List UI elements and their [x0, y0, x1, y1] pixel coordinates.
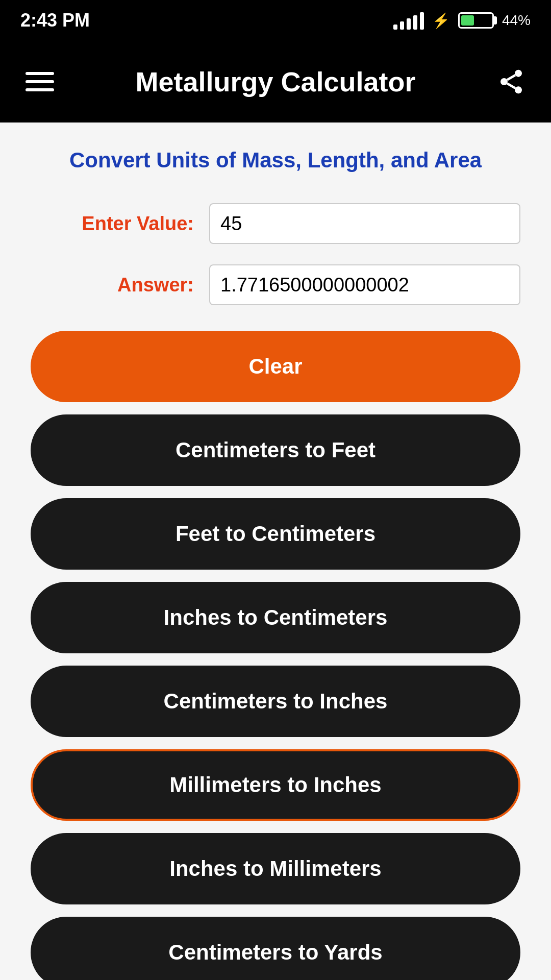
app-title: Metallurgy Calculator [54, 66, 497, 97]
answer-input [209, 264, 520, 305]
buttons-section: Clear Centimeters to Feet Feet to Centim… [31, 331, 520, 980]
feet-to-centimeters-button[interactable]: Feet to Centimeters [31, 498, 520, 570]
battery-icon [458, 12, 497, 29]
answer-row: Answer: [31, 264, 520, 305]
svg-point-0 [515, 70, 522, 77]
app-header: Metallurgy Calculator [0, 41, 551, 122]
charging-icon: ⚡ [432, 12, 450, 29]
enter-value-input[interactable] [209, 203, 520, 244]
svg-point-1 [500, 78, 508, 85]
battery-indicator: 44% [458, 12, 531, 29]
svg-line-4 [507, 75, 515, 80]
enter-value-label: Enter Value: [31, 213, 194, 235]
status-bar: 2:43 PM ⚡ 44% [0, 0, 551, 41]
answer-label: Answer: [31, 274, 194, 296]
millimeters-to-inches-button[interactable]: Millimeters to Inches [31, 749, 520, 821]
share-button[interactable] [497, 67, 525, 96]
centimeters-to-feet-button[interactable]: Centimeters to Feet [31, 414, 520, 486]
battery-percent: 44% [502, 12, 531, 29]
main-content: Convert Units of Mass, Length, and Area … [0, 122, 551, 980]
signal-icon [393, 11, 424, 30]
inches-to-millimeters-button[interactable]: Inches to Millimeters [31, 833, 520, 904]
centimeters-to-inches-button[interactable]: Centimeters to Inches [31, 666, 520, 737]
status-icons: ⚡ 44% [393, 11, 531, 30]
svg-line-3 [507, 84, 515, 88]
form-section: Enter Value: Answer: [31, 203, 520, 305]
hamburger-menu-button[interactable] [26, 72, 54, 91]
page-subtitle: Convert Units of Mass, Length, and Area [31, 148, 520, 173]
status-time: 2:43 PM [20, 10, 90, 31]
clear-button[interactable]: Clear [31, 331, 520, 402]
centimeters-to-yards-button[interactable]: Centimeters to Yards [31, 917, 520, 980]
enter-value-row: Enter Value: [31, 203, 520, 244]
svg-point-2 [515, 86, 522, 93]
inches-to-centimeters-button[interactable]: Inches to Centimeters [31, 582, 520, 653]
